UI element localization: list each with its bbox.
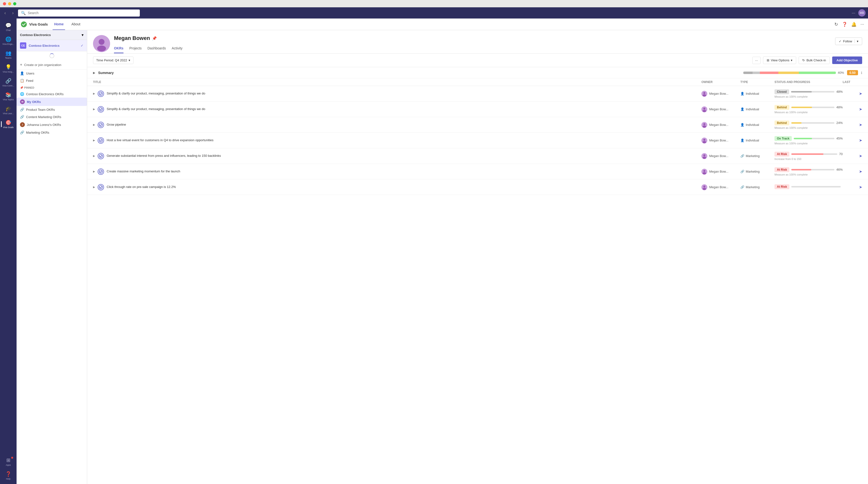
sidebar-item-viva-topics[interactable]: 📚 Viva Topics — [1, 90, 16, 103]
org-dropdown[interactable]: Contoso Electronics ▾ — [17, 30, 87, 40]
add-objective-button[interactable]: Add Objective — [832, 57, 862, 64]
checkin-arrow-icon[interactable]: ➤ — [859, 123, 862, 127]
svg-point-27 — [703, 154, 705, 156]
status-badge-row: At Risk 70 — [774, 152, 843, 157]
table-row: ▶ Click through rate on pre-sale campaig… — [87, 180, 868, 195]
help-circle-icon[interactable]: ❓ — [842, 22, 847, 27]
toolbar-more-button[interactable]: ··· — [752, 57, 761, 64]
row-expand-icon[interactable]: ▶ — [93, 170, 95, 173]
tab-home[interactable]: Home — [53, 19, 65, 30]
tab-okrs[interactable]: OKRs — [114, 44, 123, 53]
traffic-light-green[interactable] — [13, 2, 16, 5]
svg-point-38 — [703, 188, 706, 190]
okr-type-cell: 🔗 Marketing — [740, 154, 774, 158]
goal-icon — [97, 184, 104, 191]
sidebar-item-marketing-okrs[interactable]: 🔗 Marketing OKRs — [17, 129, 87, 136]
user-avatar[interactable]: MB — [858, 9, 866, 17]
status-badge-row: At Risk — [774, 184, 843, 189]
table-header: Title Owner Type Status and progress Las… — [87, 78, 868, 86]
row-expand-icon[interactable]: ▶ — [93, 123, 95, 126]
sidebar-item-product-team[interactable]: 🔗 Product Team OKRs — [17, 106, 87, 113]
more-options-icon[interactable]: ··· — [852, 10, 855, 15]
owner-name: Megan Bow... — [709, 92, 728, 95]
sidebar-item-viva-insights[interactable]: 💡 Viva Insig... — [1, 62, 16, 75]
follow-button[interactable]: ✓ Follow ▾ — [835, 37, 862, 45]
org-item[interactable]: CE Contoso Electronics ✓ — [17, 40, 87, 52]
okr-last-cell: ➤ — [843, 107, 862, 111]
checkin-arrow-icon[interactable]: ➤ — [859, 154, 862, 158]
traffic-light-yellow[interactable] — [8, 2, 11, 5]
time-period-button[interactable]: Time Period: Q4 2022 ▾ — [93, 57, 133, 64]
sidebar-item-feed[interactable]: 📋 Feed — [17, 77, 87, 84]
type-icon: 👤 — [740, 123, 744, 127]
forward-button[interactable]: › — [10, 9, 16, 17]
sidebar-item-johanna[interactable]: J Johanna Lorenz's OKRs — [17, 121, 87, 129]
traffic-light-red[interactable] — [3, 2, 6, 5]
sidebar-item-help[interactable]: ❓ Help — [1, 469, 16, 482]
svg-point-19 — [98, 137, 104, 143]
row-expand-icon[interactable]: ▶ — [93, 186, 95, 189]
type-icon: 👤 — [740, 92, 744, 95]
type-label: Individual — [746, 138, 759, 142]
create-org-item[interactable]: + Create or join organization — [17, 60, 87, 70]
svg-point-23 — [703, 141, 706, 143]
feed-icon: 📋 — [20, 78, 24, 83]
status-bar-fill — [791, 107, 812, 108]
sidebar-item-my-okrs[interactable]: M My OKRs — [17, 98, 87, 106]
status-sub-text: Measure as 100% complete — [774, 173, 843, 176]
summary-score: 0.50 — [847, 70, 858, 75]
type-icon: 🔗 — [740, 170, 744, 173]
status-sub-text: Measure as 100% complete — [774, 111, 843, 114]
okr-owner-cell: Megan Bow... — [702, 91, 740, 97]
okr-owner-cell: Megan Bow... — [702, 106, 740, 112]
refresh-icon[interactable]: ↻ — [834, 22, 838, 27]
view-options-button[interactable]: ⊞ View Options ▾ — [763, 57, 796, 64]
overflow-menu-icon[interactable]: ··· — [861, 22, 864, 27]
svg-point-18 — [703, 125, 706, 128]
checkin-arrow-icon[interactable]: ➤ — [859, 138, 862, 143]
sidebar-item-apps[interactable]: ⊞ Apps — [1, 455, 16, 468]
type-label: Individual — [746, 92, 759, 95]
checkin-arrow-icon[interactable]: ➤ — [859, 91, 862, 96]
summary-expand-icon[interactable]: ▶ — [93, 71, 95, 74]
tab-projects[interactable]: Projects — [129, 44, 142, 53]
row-expand-icon[interactable]: ▶ — [93, 107, 95, 111]
sidebar-item-contoso-okrs[interactable]: 🌐 Contoso Electronics OKRs — [17, 90, 87, 98]
row-expand-icon[interactable]: ▶ — [93, 154, 95, 158]
tab-activity[interactable]: Activity — [172, 44, 182, 53]
row-expand-icon[interactable]: ▶ — [93, 139, 95, 142]
sidebar-item-viva-learning[interactable]: 🎓 Viva Lear... — [1, 104, 16, 117]
okr-type-cell: 👤 Individual — [740, 138, 774, 142]
sidebar-item-viva-goals[interactable]: 🎯 Viva Goals — [1, 118, 16, 130]
checkin-arrow-icon[interactable]: ➤ — [859, 107, 862, 111]
sidebar-item-content-marketing[interactable]: 🔗 Content Marketing OKRs — [17, 113, 87, 121]
status-bar — [794, 138, 834, 139]
okr-title-cell: ▶ Generate substantial interest from pre… — [93, 150, 702, 162]
status-badge-row: On Track 45% — [774, 136, 843, 141]
tab-about[interactable]: About — [70, 19, 82, 30]
profile-header: Megan Bowen 📌 OKRs Projects Dashboards A… — [87, 30, 868, 54]
okr-title-text: Simplify & clarify our product, messagin… — [107, 91, 205, 96]
type-label: Marketing — [746, 185, 760, 189]
sidebar-item-viva-engage[interactable]: 🌐 Viva Enga... — [1, 34, 16, 47]
sidebar-item-viva-connections[interactable]: 🔗 Viva Conn... — [1, 76, 16, 89]
checkin-arrow-icon[interactable]: ➤ — [859, 185, 862, 189]
bell-icon[interactable]: 🔔 — [851, 22, 857, 27]
checkin-arrow-icon[interactable]: ➤ — [859, 169, 862, 174]
bulk-checkin-button[interactable]: ↻ Bulk Check-in — [799, 57, 830, 64]
follow-chevron-icon: ▾ — [855, 39, 859, 43]
sidebar-item-teams[interactable]: 👥 Teams — [1, 48, 16, 61]
sidebar-item-chat[interactable]: 💬 Chat — [1, 21, 16, 33]
info-icon[interactable]: ℹ — [861, 71, 862, 75]
row-expand-icon[interactable]: ▶ — [93, 92, 95, 95]
viva-topics-icon: 📚 — [5, 92, 11, 98]
sidebar-item-users[interactable]: 👤 Users — [17, 70, 87, 77]
okr-last-cell: ➤ — [843, 185, 862, 189]
tab-dashboards[interactable]: Dashboards — [147, 44, 166, 53]
search-input[interactable] — [28, 11, 137, 15]
status-percent: 46% — [836, 168, 843, 171]
back-button[interactable]: ‹ — [2, 9, 8, 17]
viva-goals-icon: 🎯 — [5, 120, 11, 125]
col-status: Status and progress — [774, 80, 843, 84]
okr-last-cell: ➤ — [843, 123, 862, 127]
